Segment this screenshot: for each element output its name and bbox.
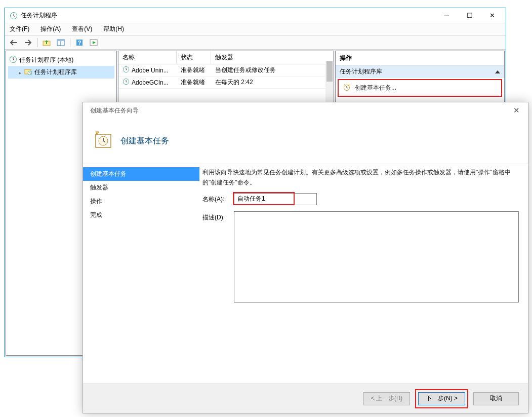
run-button[interactable] [88,37,100,48]
wizard-main: 利用该向导快速地为常见任务创建计划。有关更多高级选项或设置，例如多任务操作或触发… [199,164,528,384]
help-button[interactable]: ? [73,37,86,48]
back-button[interactable] [8,37,20,48]
step-finish[interactable]: 完成 [83,208,199,222]
cell-status: 准备就绪 [177,77,211,88]
highlight-create-basic: 创建基本任务... [338,79,502,97]
menu-help[interactable]: 帮助(H) [101,24,126,34]
actions-panel-title: 操作 [336,51,504,65]
wizard-steps: 创建基本任务 触发器 操作 完成 [83,164,199,384]
cell-name: Adobe Unin... [132,67,169,74]
menu-view[interactable]: 查看(V) [70,24,94,34]
svg-text:?: ? [78,40,81,46]
tree-root-label: 任务计划程序 (本地) [19,56,73,64]
cancel-button[interactable]: 取消 [473,392,519,405]
expand-icon [19,69,22,76]
cell-trigger: 当创建任务或修改任务 [211,65,334,75]
actions-section-label: 任务计划程序库 [340,67,382,76]
col-status[interactable]: 状态 [177,51,211,64]
desc-label: 描述(D): [202,211,234,222]
cell-trigger: 在每天的 2:42 [211,77,334,88]
menu-file[interactable]: 文件(F) [8,24,31,34]
clock-icon [9,55,17,65]
wizard-intro: 利用该向导快速地为常见任务创建计划。有关更多高级选项或设置，例如多任务操作或触发… [202,167,519,188]
svg-rect-3 [57,40,64,41]
clock-icon [122,78,130,87]
wizard-footer: < 上一步(B) 下一步(N) > 取消 [83,384,528,413]
col-name[interactable]: 名称 [118,51,177,64]
wizard-close-button[interactable]: ✕ [509,106,524,115]
cell-status: 准备就绪 [177,65,211,75]
toggle-panes-button[interactable] [55,37,67,48]
table-row[interactable]: AdobeGCIn... 准备就绪 在每天的 2:42 [118,77,334,89]
wizard-title-bar: 创建基本任务向导 ✕ [83,102,528,119]
toolbar-separator [37,38,37,47]
toolbar: ? [5,35,506,50]
back-button: < 上一步(B) [363,392,410,405]
next-button[interactable]: 下一步(N) > [418,392,465,405]
name-input[interactable] [234,193,317,205]
task-list-header: 名称 状态 触发器 [118,51,334,64]
table-row[interactable]: Adobe Unin... 准备就绪 当创建任务或修改任务 [118,64,334,77]
window-title: 任务计划程序 [21,11,435,20]
tree-root-item[interactable]: 任务计划程序 (本地) [8,54,114,66]
clock-icon [122,66,130,74]
toolbar-separator [70,38,70,47]
cell-name: AdobeGCIn... [132,79,169,86]
create-basic-task-label: 创建基本任务... [355,84,396,92]
name-row: 名称(A): [202,193,519,205]
actions-section-head[interactable]: 任务计划程序库 [336,65,504,78]
wizard-header-title: 创建基本任务 [120,136,169,146]
create-basic-task-action[interactable]: 创建基本任务... [339,80,501,96]
window-controls: ─ ☐ ✕ [435,9,504,23]
name-label: 名称(A): [202,193,234,204]
scrollbar-thumb[interactable] [326,61,333,82]
title-bar: 任务计划程序 ─ ☐ ✕ [5,8,506,23]
desc-row: 描述(D): [202,211,519,302]
highlight-next-button: 下一步(N) > [415,389,468,408]
close-button[interactable]: ✕ [481,9,504,23]
wizard-body: 创建基本任务 触发器 操作 完成 利用该向导快速地为常见任务创建计划。有关更多高… [83,164,528,384]
folder-clock-icon [24,67,32,77]
step-trigger[interactable]: 触发器 [83,181,199,195]
tree-lib-label: 任务计划程序库 [34,68,77,77]
maximize-button[interactable]: ☐ [458,9,481,23]
collapse-icon [495,70,500,73]
step-action[interactable]: 操作 [83,195,199,208]
menu-bar: 文件(F) 操作(A) 查看(V) 帮助(H) [5,23,506,35]
menu-action[interactable]: 操作(A) [38,24,63,34]
desc-textarea[interactable] [234,211,519,302]
forward-button[interactable] [22,37,34,48]
app-icon [10,12,18,20]
wizard-header: 创建基本任务 [83,119,528,164]
create-basic-task-wizard: 创建基本任务向导 ✕ 创建基本任务 创建基本任务 触发器 操作 完成 利用该向导… [83,102,528,413]
col-trigger[interactable]: 触发器 [211,51,334,64]
minimize-button[interactable]: ─ [435,9,458,23]
wizard-icon [93,130,113,152]
tree-lib-item[interactable]: 任务计划程序库 [8,66,114,79]
step-create-basic[interactable]: 创建基本任务 [83,167,199,181]
wizard-dialog-title: 创建基本任务向导 [87,106,509,115]
new-task-icon [343,83,351,93]
up-folder-button[interactable] [40,37,53,48]
